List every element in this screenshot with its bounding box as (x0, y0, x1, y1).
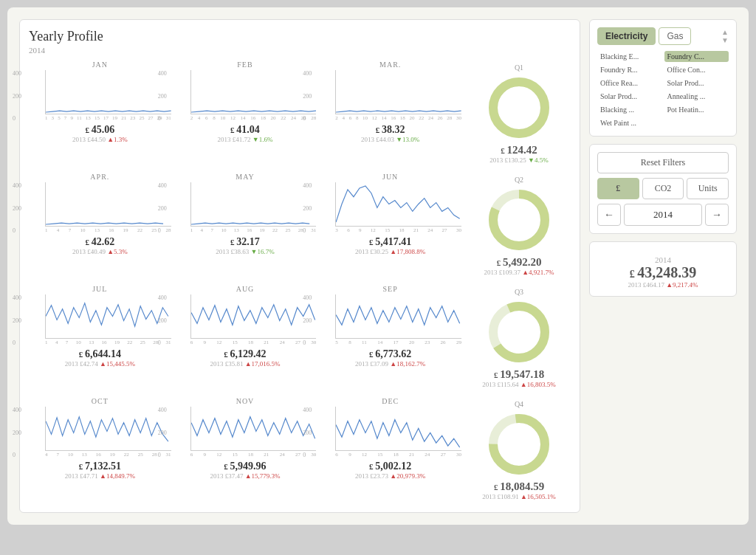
filter-grid: Blacking E... Foundry C... Foundry R... … (597, 51, 729, 128)
sep-chart (335, 294, 461, 339)
prev-year-button[interactable]: ← (597, 204, 621, 226)
q1-months: JAN 4002000 135791113151719 (29, 61, 461, 167)
jan-x-axis: 135791113151719212325272931 (45, 114, 171, 122)
jul-block: JUL 4002000 147101316192225 (29, 285, 171, 368)
mar-chart (335, 70, 461, 114)
aug-label: AUG (174, 285, 317, 293)
q2-value: £ 5,492.20 (497, 256, 542, 269)
jan-y-axis: 4002000 (13, 70, 21, 122)
oct-label: OCT (29, 397, 171, 405)
jan-label: JAN (29, 61, 171, 69)
filter-blacking-e[interactable]: Blacking E... (597, 51, 662, 62)
q1-value: £ 124.42 (501, 144, 537, 156)
mar-comparison: 2013 £44.03 ▼13.0% (319, 136, 461, 143)
q4-label: Q4 (515, 400, 523, 408)
jul-value: £ 6,644.14 (29, 348, 171, 360)
q3-label: Q3 (515, 288, 523, 296)
filter-foundry-c[interactable]: Foundry C... (664, 51, 729, 62)
oct-chart-container: 4002000 471013161922252831 (29, 407, 171, 458)
nov-value: £ 5,949.96 (174, 461, 317, 472)
nov-block: NOV 4002000 691215182124273 (174, 397, 317, 480)
gas-tab[interactable]: Gas (659, 27, 691, 45)
jun-chart-container: 4002000 36912151821242730 (319, 182, 461, 234)
jun-chart (335, 182, 461, 227)
jul-chart-container: 4002000 1471013161922252831 (29, 294, 171, 346)
filter-wet-paint[interactable]: Wet Paint ... (597, 117, 662, 128)
total-year: 2014 (597, 255, 729, 264)
scroll-arrows[interactable]: ▲▼ (721, 28, 729, 44)
mar-chart-container: 4002000 24681012141618202224262830 (319, 70, 461, 122)
q4-value: £ 18,084.59 (494, 480, 544, 493)
feb-y-axis: 4002000 (158, 70, 167, 122)
apr-x-axis: 14710131619222528 (45, 227, 171, 234)
next-year-button[interactable]: → (705, 204, 729, 226)
oct-chart (45, 407, 171, 451)
oct-block: OCT 4002000 471013161922252 (29, 397, 171, 480)
sep-label: SEP (319, 285, 461, 293)
total-card: 2014 £ 43,248.39 2013 £464.17 ▲9,217.4% (589, 241, 737, 297)
jul-chart (45, 294, 171, 339)
filter-foundry-r[interactable]: Foundry R... (597, 64, 662, 75)
q2-quarter-block: Q2 £ 5,492.20 2013 £109.37 ▲4,921.7% (467, 173, 571, 279)
q3-comparison: 2013 £115.64 ▲16,803.5% (482, 381, 555, 388)
nov-x-axis: 6912151821242730 (190, 451, 317, 458)
q4-row: OCT 4002000 471013161922252 (29, 397, 571, 503)
apr-block: APR. 4002000 14710131619222 (29, 173, 171, 255)
aug-x-axis: 6912151821242730 (190, 339, 317, 346)
feb-chart-container: 4002000 246810121416182022242628 (174, 70, 317, 122)
filter-solar-prod-2[interactable]: Solar Prod... (597, 91, 662, 102)
jan-chart-container: 4002000 135791113151719212325272931 (29, 70, 171, 122)
main-panel: Yearly Profile 2014 JAN 4002000 (19, 19, 580, 513)
q2-months: APR. 4002000 14710131619222 (29, 173, 461, 279)
mar-x-axis: 24681012141618202224262830 (335, 114, 461, 122)
units-card: Reset Filters £ CO2 Units ← 2014 → (589, 144, 737, 234)
aug-chart (190, 294, 317, 339)
oct-comparison: 2013 £47.71 ▲14,849.7% (29, 472, 171, 480)
q2-donut (486, 187, 552, 253)
nov-chart-container: 4002000 6912151821242730 (174, 407, 317, 458)
filter-pot-heating[interactable]: Pot Heatin... (664, 104, 729, 115)
filter-solar-prod-1[interactable]: Solar Prod... (664, 77, 729, 89)
filter-office-rea[interactable]: Office Rea... (597, 77, 662, 89)
apr-chart (45, 182, 171, 227)
feb-comparison: 2013 £41.72 ▼1.6% (174, 136, 317, 143)
year-nav: ← 2014 → (597, 204, 729, 226)
jan-value: £ 45.06 (29, 124, 171, 136)
apr-value: £ 42.62 (29, 236, 171, 248)
filter-annealing[interactable]: Annealing ... (664, 91, 729, 102)
may-chart (190, 182, 317, 227)
aug-chart-container: 4002000 6912151821242730 (174, 294, 317, 346)
filter-office-con[interactable]: Office Con... (664, 64, 729, 75)
sep-chart-container: 4002000 5811141720232629 (319, 294, 461, 346)
reset-filters-button[interactable]: Reset Filters (597, 152, 729, 173)
app-container: Yearly Profile 2014 JAN 4002000 (7, 7, 749, 525)
jan-block: JAN 4002000 135791113151719 (29, 61, 171, 143)
pound-unit-button[interactable]: £ (597, 178, 639, 199)
q4-months: OCT 4002000 471013161922252 (29, 397, 461, 503)
oct-x-axis: 471013161922252831 (45, 451, 171, 458)
dec-value: £ 5,002.12 (319, 461, 461, 472)
unit-row: £ CO2 Units (597, 178, 729, 199)
may-block: MAY 4002000 147101316192225 (174, 173, 317, 255)
sep-block: SEP 4002000 581114172023262 (319, 285, 461, 368)
feb-block: FEB 4002000 246810121416182 (174, 61, 317, 143)
aug-block: AUG 4002000 691215182124273 (174, 285, 317, 368)
electricity-tab[interactable]: Electricity (597, 27, 656, 45)
jun-comparison: 2013 £30.25 ▲17,808.8% (319, 248, 461, 255)
jun-x-axis: 36912151821242730 (335, 227, 461, 234)
jan-comparison: 2013 £44.50 ▲1.3% (29, 136, 171, 143)
total-comparison: 2013 £464.17 ▲9,217.4% (597, 281, 729, 289)
q1-comparison: 2013 £130.25 ▼4.5% (489, 156, 548, 164)
aug-comparison: 2013 £35.81 ▲17,016.5% (174, 360, 317, 368)
filter-blacking-2[interactable]: Blacking ... (597, 104, 662, 115)
q1-quarter-block: Q1 £ 124.42 2013 £130.25 ▼4.5% (467, 61, 571, 167)
total-section: 2014 £ 43,248.39 2013 £464.17 ▲9,217.4% (597, 255, 729, 289)
co2-unit-button[interactable]: CO2 (642, 178, 684, 199)
feb-value: £ 41.04 (174, 124, 317, 136)
svg-point-1 (493, 82, 545, 134)
may-y-axis: 4002000 (158, 182, 167, 234)
q3-donut (486, 299, 552, 365)
q2-row: APR. 4002000 14710131619222 (29, 173, 571, 279)
energy-type-card: Electricity Gas ▲▼ Blacking E... Foundry… (589, 19, 737, 137)
units-unit-button[interactable]: Units (687, 178, 729, 199)
